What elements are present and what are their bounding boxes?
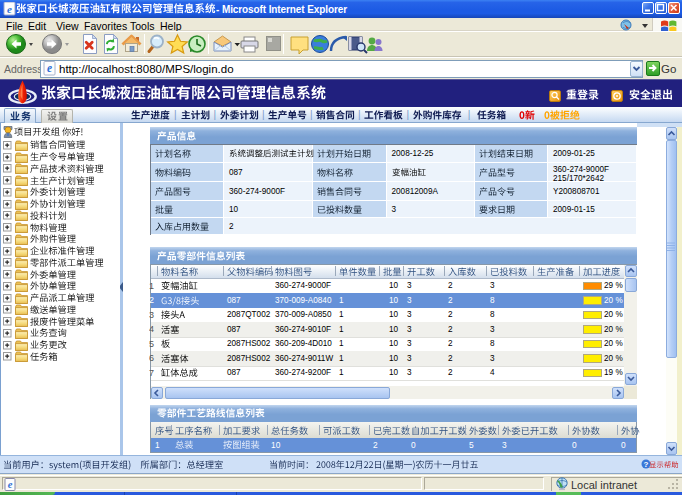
svg-text:e: e xyxy=(47,62,52,74)
svg-text:e: e xyxy=(8,479,13,490)
svg-text:?: ? xyxy=(644,460,649,469)
svg-text:e: e xyxy=(7,3,12,15)
